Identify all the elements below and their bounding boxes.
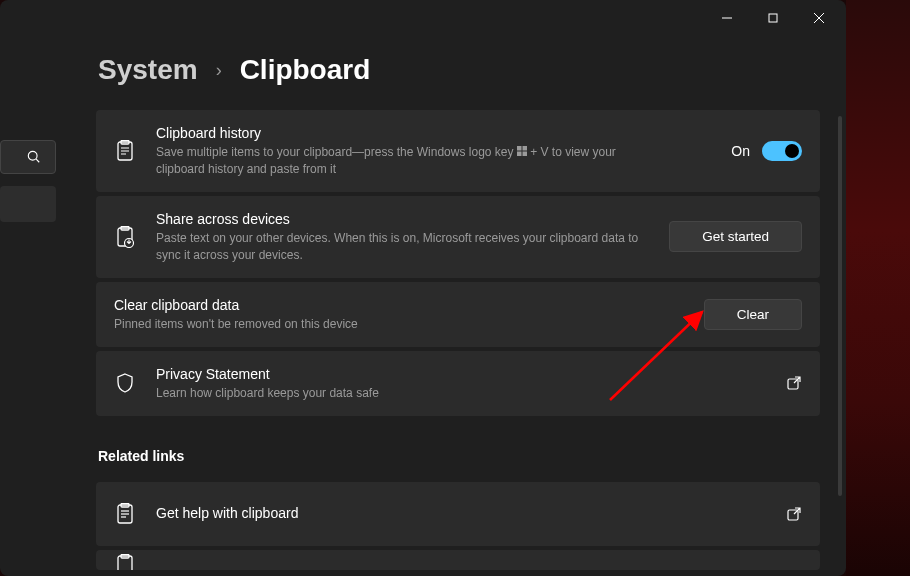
maximize-button[interactable] [750, 2, 796, 34]
windows-key-icon [517, 146, 527, 156]
desktop-background [846, 0, 910, 576]
share-across-devices-setting: Share across devices Paste text on your … [96, 196, 820, 278]
get-started-button[interactable]: Get started [669, 221, 802, 252]
related-links-header: Related links [96, 448, 820, 464]
scrollbar[interactable] [838, 116, 842, 496]
breadcrumb-current: Clipboard [240, 54, 371, 86]
setting-title: Share across devices [156, 210, 649, 228]
clear-clipboard-setting: Clear clipboard data Pinned items won't … [96, 282, 820, 347]
sidebar [0, 140, 56, 222]
close-button[interactable] [796, 2, 842, 34]
external-link-icon [786, 506, 802, 522]
svg-line-5 [36, 159, 39, 162]
setting-description: Pinned items won't be removed on this de… [114, 316, 614, 333]
sidebar-item[interactable] [0, 186, 56, 222]
window-titlebar [0, 0, 846, 36]
clear-button[interactable]: Clear [704, 299, 802, 330]
privacy-statement-link[interactable]: Privacy Statement Learn how clipboard ke… [96, 351, 820, 416]
svg-rect-1 [769, 14, 777, 22]
clipboard-history-toggle[interactable] [762, 141, 802, 161]
svg-point-4 [28, 151, 37, 160]
minimize-button[interactable] [704, 2, 750, 34]
search-icon [27, 150, 41, 164]
clipboard-history-setting: Clipboard history Save multiple items to… [96, 110, 820, 192]
clipboard-share-icon [114, 226, 136, 248]
setting-title: Privacy Statement [156, 365, 766, 383]
setting-title: Clear clipboard data [114, 296, 684, 314]
sidebar-search-box[interactable] [0, 140, 56, 174]
settings-window: System › Clipboard Clipboard history Sav… [0, 0, 846, 576]
breadcrumb-parent[interactable]: System [98, 54, 198, 86]
breadcrumb: System › Clipboard [96, 54, 820, 86]
svg-rect-13 [517, 152, 522, 157]
clipboard-icon [114, 554, 136, 570]
toggle-state-label: On [731, 143, 750, 159]
setting-description: Save multiple items to your clipboard—pr… [156, 144, 656, 178]
link-title: Get help with clipboard [156, 504, 766, 522]
external-link-icon [786, 375, 802, 391]
setting-description: Paste text on your other devices. When t… [156, 230, 649, 264]
additional-link[interactable] [96, 550, 820, 570]
clipboard-icon [114, 503, 136, 525]
clipboard-icon [114, 140, 136, 162]
setting-title: Clipboard history [156, 124, 711, 142]
shield-icon [114, 372, 136, 394]
svg-rect-11 [517, 146, 522, 151]
get-help-link[interactable]: Get help with clipboard [96, 482, 820, 546]
setting-description: Learn how clipboard keeps your data safe [156, 385, 656, 402]
chevron-right-icon: › [216, 60, 222, 81]
